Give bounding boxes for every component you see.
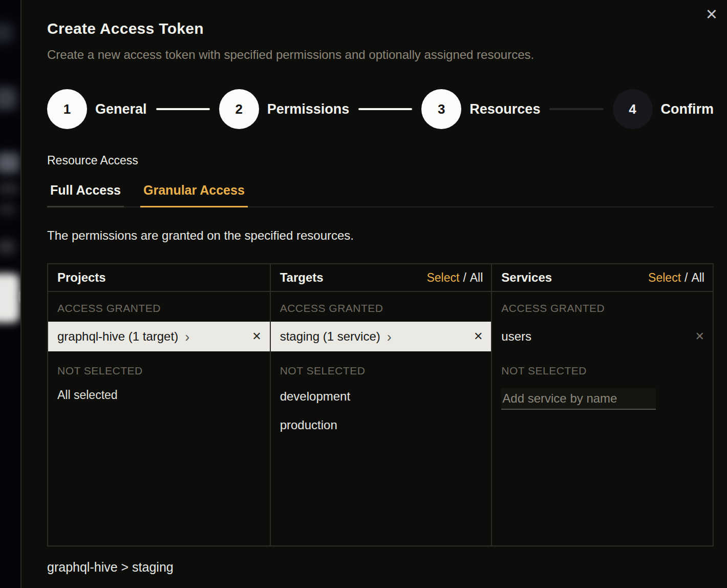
- backdrop-blob: [0, 87, 16, 110]
- projects-access-granted-label: ACCESS GRANTED: [48, 292, 270, 320]
- step-2-circle: 2: [219, 89, 259, 129]
- remove-target-icon[interactable]: ✕: [474, 331, 483, 342]
- stepper: 1 General 2 Permissions 3 Resources 4 Co…: [47, 89, 714, 129]
- services-title: Services: [501, 270, 552, 285]
- target-item-text: staging (1 service): [280, 329, 380, 344]
- targets-select-actions: Select / All: [426, 271, 483, 285]
- step-connector: [358, 108, 412, 110]
- step-general[interactable]: 1 General: [47, 89, 147, 129]
- projects-title: Projects: [57, 270, 106, 285]
- dialog-title: Create Access Token: [47, 19, 713, 38]
- screen: ✕ Create Access Token Create a new acces…: [0, 0, 727, 588]
- target-item-production[interactable]: production: [271, 411, 491, 439]
- services-select-all-link[interactable]: All: [691, 271, 704, 285]
- services-column: Services Select / All ACCESS GRANTED use…: [491, 264, 713, 545]
- step-4-circle: 4: [613, 89, 653, 129]
- services-select-link[interactable]: Select: [648, 271, 681, 285]
- step-4-label: Confirm: [661, 101, 714, 117]
- project-item-text: graphql-hive (1 target): [57, 329, 178, 344]
- services-not-selected-label: NOT SELECTED: [492, 351, 713, 382]
- projects-column: Projects ACCESS GRANTED graphql-hive (1 …: [48, 264, 270, 545]
- service-item-text: users: [501, 329, 531, 344]
- select-all-separator: /: [463, 271, 466, 285]
- close-icon[interactable]: ✕: [705, 7, 718, 22]
- backdrop-blob-bright: [0, 274, 19, 323]
- backdrop-blob: [0, 182, 18, 195]
- projects-column-header: Projects: [48, 264, 270, 292]
- resource-access-tabs: Full Access Granular Access: [47, 183, 714, 207]
- select-all-separator: /: [685, 271, 688, 285]
- projects-not-selected-label: NOT SELECTED: [48, 351, 270, 382]
- targets-select-all-link[interactable]: All: [470, 271, 483, 285]
- step-connector: [549, 108, 603, 110]
- step-resources[interactable]: 3 Resources: [421, 89, 540, 129]
- targets-access-granted-label: ACCESS GRANTED: [271, 292, 491, 320]
- tab-granular-access[interactable]: Granular Access: [140, 183, 248, 207]
- step-3-label: Resources: [469, 101, 540, 117]
- step-1-label: General: [95, 101, 147, 117]
- create-access-token-dialog: ✕ Create Access Token Create a new acces…: [20, 0, 727, 588]
- projects-all-selected-note: All selected: [48, 382, 270, 408]
- backdrop-blob: [0, 240, 15, 254]
- services-access-granted-label: ACCESS GRANTED: [492, 292, 713, 320]
- targets-not-selected-label: NOT SELECTED: [271, 351, 491, 382]
- add-service-input[interactable]: [501, 388, 656, 410]
- step-3-circle: 3: [421, 89, 461, 129]
- targets-select-link[interactable]: Select: [426, 271, 459, 285]
- step-permissions[interactable]: 2 Permissions: [219, 89, 350, 129]
- step-2-label: Permissions: [267, 101, 350, 117]
- services-select-actions: Select / All: [648, 271, 704, 285]
- resource-selection-table: Projects ACCESS GRANTED graphql-hive (1 …: [47, 263, 714, 547]
- step-1-circle: 1: [47, 89, 87, 129]
- services-column-header: Services Select / All: [492, 264, 713, 292]
- targets-column: Targets Select / All ACCESS GRANTED stag…: [270, 264, 491, 545]
- targets-column-header: Targets Select / All: [271, 264, 491, 292]
- target-item-development[interactable]: development: [271, 382, 491, 411]
- step-confirm[interactable]: 4 Confirm: [613, 89, 714, 129]
- tab-full-access[interactable]: Full Access: [47, 183, 124, 207]
- backdrop-blob: [0, 204, 15, 215]
- service-item-users[interactable]: users ✕: [492, 322, 713, 351]
- remove-project-icon[interactable]: ✕: [252, 331, 261, 342]
- project-item-graphql-hive[interactable]: graphql-hive (1 target) › ✕: [48, 322, 270, 351]
- dialog-subtitle: Create a new access token with specified…: [47, 47, 713, 62]
- resource-access-heading: Resource Access: [47, 154, 713, 167]
- breadcrumb: graphql-hive > staging: [47, 560, 713, 575]
- remove-service-icon[interactable]: ✕: [695, 331, 704, 342]
- chevron-right-icon: ›: [387, 329, 392, 344]
- target-item-staging[interactable]: staging (1 service) › ✕: [271, 322, 491, 351]
- granular-access-description: The permissions are granted on the speci…: [47, 228, 713, 243]
- step-connector: [156, 108, 210, 110]
- targets-title: Targets: [280, 270, 324, 285]
- backdrop-blob: [0, 153, 19, 173]
- chevron-right-icon: ›: [185, 329, 189, 344]
- backdrop-blob: [0, 23, 13, 43]
